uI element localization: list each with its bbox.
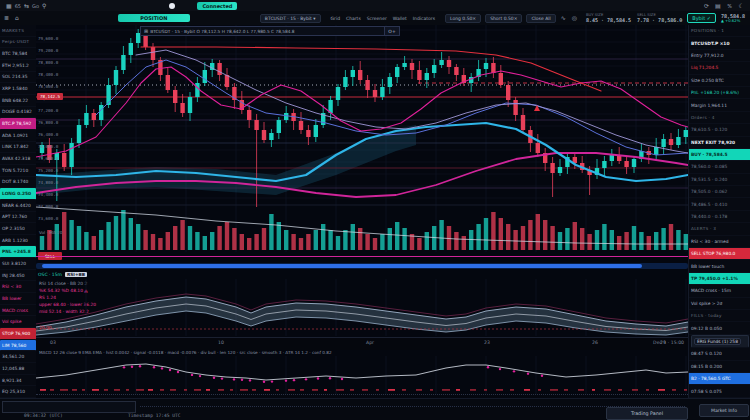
order-row[interactable]: FILLS · today (689, 310, 750, 322)
menu-item-wallet[interactable]: Wallet (393, 16, 407, 21)
plug-icon[interactable]: ⚲ (42, 3, 46, 9)
action-chip[interactable]: Close All (526, 14, 555, 23)
order-row[interactable]: 09:12 B 0.050 (689, 322, 750, 334)
oscillator-panel[interactable] (36, 279, 688, 336)
connect-button[interactable]: Connected (197, 2, 237, 10)
watchlist-row[interactable]: DOT 8.1740 (0, 177, 36, 189)
order-row[interactable]: BB lower touch (689, 260, 750, 272)
menu-icon[interactable]: ▦ (6, 3, 12, 9)
date-tick: 10 (218, 340, 224, 345)
order-row[interactable]: Entry 77,912.0 (689, 50, 750, 62)
watchlist-row[interactable]: EQ 25,310 (0, 386, 36, 398)
order-row[interactable]: ERG Funds (1) 258 (691, 335, 749, 348)
watchlist-row[interactable]: OP 2.3150 (0, 223, 36, 235)
oscillator-chip[interactable]: RSI+BB (65, 272, 87, 277)
order-row[interactable]: 78,560.0 · 0.085 (689, 161, 750, 173)
trading-panel-button[interactable]: Trading Panel (606, 407, 688, 420)
order-row[interactable]: 08:47 S 0.120 (689, 348, 750, 360)
menu-item-charts[interactable]: Charts (346, 16, 361, 21)
order-row[interactable]: 78,440.0 · 0.178 (689, 211, 750, 223)
price-tick: 74,400.0 (38, 192, 98, 197)
watchlist-row[interactable]: LONG 0.250 (0, 188, 36, 200)
order-row[interactable]: 78,505.0 · 0.062 (689, 186, 750, 198)
action-chip[interactable]: Long 0.50× (445, 14, 481, 23)
watchlist-row[interactable]: BTC 78,584 (0, 48, 36, 60)
console-input[interactable] (2, 401, 136, 413)
symbol-select[interactable]: BTCUSDT · 15 · Bybit ▾ (260, 14, 321, 23)
watchlist-row[interactable]: ADA 1.0921 (0, 130, 36, 142)
order-row[interactable]: Margin 1,964.11 (689, 99, 750, 111)
order-row[interactable]: TP 79,450.0 +1.1% (689, 273, 750, 285)
home-icon[interactable]: ⌂ (15, 15, 19, 21)
watchlist-row[interactable]: DOGE 0.4182 (0, 107, 36, 119)
watchlist-row[interactable]: TON 5.7210 (0, 165, 36, 177)
order-row[interactable]: PnL +168.20 (+8.6%) (689, 87, 750, 99)
action-chip[interactable]: Short 0.50× (485, 14, 522, 23)
swap-icon[interactable]: ⇆ (24, 3, 29, 9)
target-icon[interactable]: ◎ (572, 15, 577, 21)
percent-icon[interactable]: ％ (727, 3, 733, 9)
price-tick: 73,600.0 (38, 216, 98, 221)
wave-icon[interactable]: ∿ (561, 15, 566, 21)
moon-icon[interactable]: ☾ (739, 3, 744, 9)
watchlist-row[interactable]: BNB 648.22 (0, 95, 36, 107)
order-row[interactable]: 78,486.5 · 0.410 (689, 198, 750, 210)
watchlist-row[interactable]: Vol spike (0, 316, 36, 328)
watchlist-row[interactable]: APT 12.760 (0, 212, 36, 224)
refresh-icon[interactable]: ⟳ (704, 3, 709, 9)
order-row[interactable]: SELL STOP 76,980.0 (689, 248, 750, 260)
order-row[interactable]: NEXT EXIT 78,920 (689, 137, 750, 149)
menu-item-indicators[interactable]: Indicators (413, 16, 435, 21)
list-icon[interactable]: ≣ (4, 15, 9, 21)
watchlist-row[interactable]: BTC.P 78,592 (0, 118, 36, 130)
chart-legend-input[interactable]: ⊞ BTCUSDT · 15 · Bybit O 78,112.5 H 78,6… (140, 26, 386, 36)
order-row[interactable]: RSI < 30 · armed (689, 236, 750, 248)
menu-item-grid[interactable]: Grid (331, 16, 340, 21)
watchlist-row[interactable]: 12,045.88 (0, 363, 36, 375)
watchlist-row[interactable]: LIM 78,560 (0, 340, 36, 352)
scrollbar-handle[interactable] (42, 264, 642, 268)
macd-panel[interactable] (36, 356, 688, 394)
order-row[interactable]: 78,610.5 · 0.120 (689, 124, 750, 136)
go-label[interactable]: Go (32, 3, 39, 9)
watchlist-row[interactable]: AVAX 42.318 (0, 153, 36, 165)
add-order-chip[interactable]: O+ (384, 26, 400, 36)
watchlist-row[interactable]: RSI < 30 (0, 281, 36, 293)
order-row[interactable]: B2 · 78,560.5 GTC (689, 373, 750, 385)
watchlist-row[interactable]: STOP 76,900 (0, 328, 36, 340)
market-info-button[interactable]: Market Info (699, 404, 749, 417)
order-row[interactable]: BTCUSDT.P ×10 (689, 37, 750, 49)
time-axis[interactable]: Dec 1 · 15:00 0310Apr232629 (36, 337, 688, 350)
order-row[interactable]: 08:15 B 0.200 (689, 361, 750, 373)
order-row[interactable]: 07:58 S 0.075 (689, 385, 750, 397)
price-chart[interactable] (36, 25, 688, 252)
watchlist-row[interactable]: ARB 1.1230 (0, 235, 36, 247)
order-row[interactable]: POSITIONS · 1 (689, 25, 750, 37)
watchlist-row[interactable]: XRP 1.5840 (0, 83, 36, 95)
order-row[interactable]: 78,531.5 · 0.240 (689, 174, 750, 186)
order-row[interactable]: ALERTS · 3 (689, 223, 750, 235)
watchlist-row[interactable]: SOL 214.35 (0, 72, 36, 84)
watchlist-row[interactable]: 34,561.20 (0, 351, 36, 363)
position-button[interactable]: POSITION (118, 14, 190, 22)
order-row[interactable]: Size 0.250 BTC (689, 75, 750, 87)
layout-icon[interactable]: ▤ (715, 3, 721, 9)
menu-item-screener[interactable]: Screener (367, 16, 387, 21)
watchlist-row[interactable]: BB lower (0, 293, 36, 305)
watchlist-row[interactable]: PNL +245.8 (0, 246, 36, 258)
order-row[interactable]: Vol spike > 2σ (689, 298, 750, 310)
order-row[interactable]: BUY · 78,584.5 (689, 149, 750, 161)
watchlist-row[interactable]: MACD cross (0, 305, 36, 317)
watchlist-row[interactable]: ETH 2,951.2 (0, 60, 36, 72)
watchlist-row[interactable]: 8,921.34 (0, 375, 36, 387)
price-change: ▲ +0.62% (721, 19, 740, 24)
watchlist-row[interactable]: SUI 3.8120 (0, 258, 36, 270)
theme-toggle[interactable] (169, 3, 175, 9)
watchlist-row[interactable]: LINK 17.842 (0, 142, 36, 154)
watchlist-row[interactable]: INJ 28.450 (0, 270, 36, 282)
order-row[interactable]: Liq 71,204.5 (689, 62, 750, 74)
order-row[interactable]: MACD cross · 15m (689, 285, 750, 297)
watchlist-row[interactable]: NEAR 6.4420 (0, 200, 36, 212)
order-row[interactable]: Orders · 4 (689, 112, 750, 124)
broker-chip[interactable]: Bybit ✓ (687, 13, 716, 23)
